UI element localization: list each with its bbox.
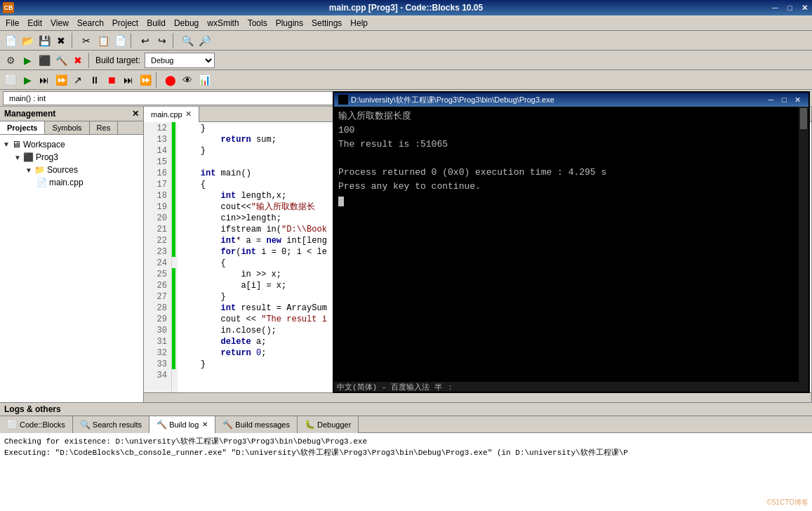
- tab-build-log[interactable]: 🔨 Build log ✕: [149, 416, 215, 433]
- tree-sources[interactable]: ▼ 📁 Sources: [3, 164, 140, 176]
- codeblocks-tab-icon: ⬜: [7, 420, 18, 430]
- menu-settings[interactable]: Settings: [307, 17, 346, 29]
- menu-build[interactable]: Build: [142, 17, 170, 29]
- terminal-line-3: The result is :51065: [338, 138, 804, 152]
- paste-button[interactable]: 📄: [112, 33, 128, 48]
- undo-button[interactable]: ↩: [138, 33, 153, 48]
- redo-button[interactable]: ↪: [154, 33, 170, 48]
- copy-button[interactable]: 📋: [95, 33, 111, 48]
- toolbar-file: 📄 📂 💾 ✖ ✂ 📋 📄 ↩ ↪ 🔍 🔎: [0, 31, 812, 51]
- toolbar-separator-4: [88, 53, 93, 68]
- close-button[interactable]: ✕: [797, 0, 812, 15]
- terminal-content[interactable]: 输入所取数据长度 100 The result is :51065 Proces…: [334, 107, 808, 382]
- tab-res[interactable]: Res: [90, 121, 119, 134]
- titlebar: CB main.cpp [Prog3] - Code::Blocks 10.05…: [0, 0, 812, 15]
- callstack-button[interactable]: 📊: [197, 72, 212, 88]
- menu-project[interactable]: Project: [108, 17, 142, 29]
- terminal-close[interactable]: ✕: [791, 93, 804, 106]
- terminal-line-1: 输入所取数据长度: [338, 109, 804, 124]
- debug-run-button[interactable]: ▶: [20, 72, 35, 88]
- management-tabs: Projects Symbols Res: [0, 121, 143, 135]
- close-file-button[interactable]: ✖: [53, 33, 69, 48]
- log-line-1: Checking for existence: D:\university\软件…: [4, 436, 808, 447]
- terminal-window[interactable]: D:\university\软件工程课\Prog3\Prog3\bin\Debu…: [333, 91, 810, 393]
- editor-horizontal-scrollbar[interactable]: [144, 392, 811, 402]
- tab-search-results[interactable]: 🔍 Search results: [73, 416, 149, 433]
- debug-stop-button[interactable]: ⏹: [104, 72, 119, 88]
- debug-start-button[interactable]: ⬜: [3, 72, 18, 88]
- terminal-minimize[interactable]: ─: [764, 93, 778, 106]
- tab-codeblocks[interactable]: ⬜ Code::Blocks: [0, 416, 73, 433]
- toolbar-separator-5: [156, 72, 160, 88]
- debugger-tab-icon: 🐛: [305, 420, 315, 430]
- debug-out-button[interactable]: ↗: [70, 72, 86, 88]
- debug-next-inst-button[interactable]: ⏭: [121, 72, 136, 88]
- menu-file[interactable]: File: [1, 17, 23, 29]
- management-panel: Management ✕ Projects Symbols Res ▼ 🖥 Wo…: [0, 107, 144, 402]
- terminal-controls: ─ □ ✕: [764, 93, 804, 106]
- editor-tab-label: main.cpp: [151, 110, 182, 119]
- menu-wxsmith[interactable]: wxSmith: [203, 17, 243, 29]
- project-label: Prog3: [36, 152, 58, 162]
- abort-button[interactable]: ✖: [70, 53, 86, 68]
- terminal-bottom-bar: 中文(简体) - 百度输入法 半 ：: [334, 382, 808, 392]
- tab-projects[interactable]: Projects: [0, 121, 45, 134]
- compile-button[interactable]: ⚙: [3, 53, 18, 68]
- cut-button[interactable]: ✂: [79, 33, 94, 48]
- replace-button[interactable]: 🔎: [197, 33, 212, 48]
- find-button[interactable]: 🔍: [180, 33, 195, 48]
- stop-button[interactable]: ⬛: [36, 53, 52, 68]
- menubar: File Edit View Search Project Build Debu…: [0, 15, 812, 31]
- menu-search[interactable]: Search: [73, 17, 108, 29]
- toolbar-separator-2: [131, 33, 135, 48]
- tab-symbols[interactable]: Symbols: [45, 121, 89, 134]
- terminal-maximize[interactable]: □: [778, 93, 791, 106]
- rebuild-button[interactable]: 🔨: [53, 53, 69, 68]
- file-label: main.cpp: [49, 178, 84, 187]
- editor-tab-close[interactable]: ✕: [185, 109, 192, 119]
- log-content[interactable]: Checking for existence: D:\university\软件…: [0, 433, 812, 511]
- terminal-scroll-thumb[interactable]: [800, 108, 807, 129]
- tree-workspace[interactable]: ▼ 🖥 Workspace: [3, 138, 140, 151]
- build-target-label: Build target:: [95, 55, 140, 65]
- maximize-button[interactable]: □: [783, 0, 797, 15]
- menu-plugins[interactable]: Plugins: [272, 17, 307, 29]
- menu-tools[interactable]: Tools: [244, 17, 272, 29]
- menu-help[interactable]: Help: [346, 17, 372, 29]
- save-button[interactable]: 💾: [36, 33, 52, 48]
- search-results-tab-icon: 🔍: [80, 420, 91, 430]
- watches-button[interactable]: 👁: [180, 72, 195, 88]
- folder-icon: 📁: [34, 165, 45, 175]
- expand-arrow-workspace: ▼: [3, 140, 10, 148]
- menu-edit[interactable]: Edit: [23, 17, 46, 29]
- tab-debugger[interactable]: 🐛 Debugger: [298, 416, 359, 433]
- management-header: Management ✕: [0, 107, 143, 121]
- terminal-scrollbar[interactable]: [799, 107, 808, 382]
- tree-main-cpp[interactable]: 📄 main.cpp: [3, 176, 140, 189]
- menu-debug[interactable]: Debug: [170, 17, 203, 29]
- expand-arrow-project: ▼: [14, 154, 21, 161]
- debug-step-button[interactable]: ⏩: [53, 72, 69, 88]
- editor-tab-main-cpp[interactable]: main.cpp ✕: [144, 107, 199, 122]
- minimize-button[interactable]: ─: [768, 0, 783, 15]
- debugger-tab-label: Debugger: [317, 420, 351, 429]
- terminal-title: D:\university\软件工程课\Prog3\Prog3\bin\Debu…: [351, 95, 554, 105]
- management-close[interactable]: ✕: [132, 109, 139, 119]
- workspace-icon: 🖥: [12, 139, 21, 150]
- menu-view[interactable]: View: [46, 17, 73, 29]
- debug-pause-button[interactable]: ⏸: [87, 72, 102, 88]
- tree-project[interactable]: ▼ ⬛ Prog3: [3, 151, 140, 164]
- debug-step-inst-button[interactable]: ⏩: [138, 72, 153, 88]
- build-target-select[interactable]: Debug Release: [145, 53, 215, 68]
- management-title: Management: [4, 109, 55, 119]
- build-log-tab-close[interactable]: ✕: [202, 420, 208, 428]
- debug-next-button[interactable]: ⏭: [36, 72, 52, 88]
- breakpoint-toggle-button[interactable]: ⬤: [163, 72, 178, 88]
- codeblocks-tab-label: Code::Blocks: [20, 420, 65, 429]
- terminal-titlebar: D:\university\软件工程课\Prog3\Prog3\bin\Debu…: [334, 93, 808, 107]
- open-file-button[interactable]: 📂: [20, 33, 35, 48]
- tab-build-messages[interactable]: 🔨 Build messages: [215, 416, 298, 433]
- run-button[interactable]: ▶: [20, 53, 35, 68]
- new-file-button[interactable]: 📄: [3, 33, 18, 48]
- terminal-line-2: 100: [338, 124, 804, 138]
